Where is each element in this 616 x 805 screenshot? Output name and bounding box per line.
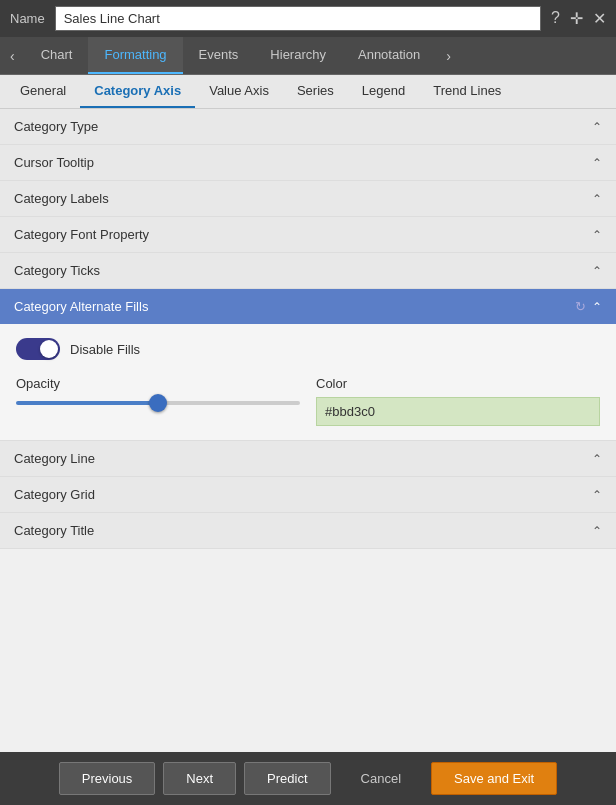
chevron-icon-category-title: ⌃ — [592, 524, 602, 538]
accordion-label-category-type: Category Type — [14, 119, 98, 134]
opacity-section: Opacity — [16, 376, 300, 405]
accordion-label-category-labels: Category Labels — [14, 191, 109, 206]
accordion-label-cursor-tooltip: Cursor Tooltip — [14, 155, 94, 170]
accordion-header-icons: ↻ ⌃ — [575, 299, 602, 314]
tab2-trend-lines[interactable]: Trend Lines — [419, 75, 515, 108]
chevron-icon-category-labels: ⌃ — [592, 192, 602, 206]
accordion-header-category-ticks[interactable]: Category Ticks ⌃ — [0, 253, 616, 288]
color-section: Color — [316, 376, 600, 426]
accordion-header-category-type[interactable]: Category Type ⌃ — [0, 109, 616, 144]
opacity-slider-thumb[interactable] — [149, 394, 167, 412]
chevron-icon-category-alternate-fills: ⌃ — [592, 300, 602, 314]
accordion-label-category-alternate-fills: Category Alternate Fills — [14, 299, 148, 314]
color-input[interactable] — [316, 397, 600, 426]
accordion-item-category-font-property: Category Font Property ⌃ — [0, 217, 616, 253]
accordion-item-category-grid: Category Grid ⌃ — [0, 477, 616, 513]
chevron-icon-category-line: ⌃ — [592, 452, 602, 466]
accordion-label-category-grid: Category Grid — [14, 487, 95, 502]
accordion-item-category-ticks: Category Ticks ⌃ — [0, 253, 616, 289]
toggle-row: Disable Fills — [16, 338, 600, 360]
accordion-header-category-grid[interactable]: Category Grid ⌃ — [0, 477, 616, 512]
tab-events[interactable]: Events — [183, 37, 255, 74]
accordion-header-cursor-tooltip[interactable]: Cursor Tooltip ⌃ — [0, 145, 616, 180]
accordion-item-cursor-tooltip: Cursor Tooltip ⌃ — [0, 145, 616, 181]
prop-row: Opacity Color — [16, 376, 600, 426]
accordion-item-category-labels: Category Labels ⌃ — [0, 181, 616, 217]
tab1-prev-arrow[interactable]: ‹ — [0, 40, 25, 72]
previous-button[interactable]: Previous — [59, 762, 156, 795]
header: Name ? ✛ ✕ — [0, 0, 616, 37]
move-icon[interactable]: ✛ — [570, 9, 583, 28]
chevron-icon-category-ticks: ⌃ — [592, 264, 602, 278]
opacity-label: Opacity — [16, 376, 300, 391]
tab1-next-arrow[interactable]: › — [436, 40, 461, 72]
toggle-label: Disable Fills — [70, 342, 140, 357]
tab2-legend[interactable]: Legend — [348, 75, 419, 108]
tab-formatting[interactable]: Formatting — [88, 37, 182, 74]
tab-annotation[interactable]: Annotation — [342, 37, 436, 74]
accordion-label-category-font-property: Category Font Property — [14, 227, 149, 242]
help-icon[interactable]: ? — [551, 9, 560, 28]
toggle-thumb — [40, 340, 58, 358]
bottom-bar: Previous Next Predict Cancel Save and Ex… — [0, 752, 616, 805]
chevron-icon-category-grid: ⌃ — [592, 488, 602, 502]
name-label: Name — [10, 11, 45, 26]
accordion: Category Type ⌃ Cursor Tooltip ⌃ Categor… — [0, 109, 616, 730]
refresh-icon[interactable]: ↻ — [575, 299, 586, 314]
chevron-icon-cursor-tooltip: ⌃ — [592, 156, 602, 170]
disable-fills-toggle[interactable] — [16, 338, 60, 360]
color-label: Color — [316, 376, 600, 391]
opacity-slider-track[interactable] — [16, 401, 300, 405]
chevron-icon-category-type: ⌃ — [592, 120, 602, 134]
close-icon[interactable]: ✕ — [593, 9, 606, 28]
accordion-header-category-font-property[interactable]: Category Font Property ⌃ — [0, 217, 616, 252]
tab-bar-2: General Category Axis Value Axis Series … — [0, 75, 616, 109]
tab2-general[interactable]: General — [6, 75, 80, 108]
accordion-header-category-title[interactable]: Category Title ⌃ — [0, 513, 616, 548]
accordion-item-category-line: Category Line ⌃ — [0, 441, 616, 477]
header-icons: ? ✛ ✕ — [551, 9, 606, 28]
accordion-header-category-alternate-fills[interactable]: Category Alternate Fills ↻ ⌃ — [0, 289, 616, 324]
cancel-button[interactable]: Cancel — [339, 763, 423, 794]
predict-button[interactable]: Predict — [244, 762, 330, 795]
accordion-label-category-title: Category Title — [14, 523, 94, 538]
tab-hierarchy[interactable]: Hierarchy — [254, 37, 342, 74]
accordion-item-category-alternate-fills: Category Alternate Fills ↻ ⌃ Disable Fil… — [0, 289, 616, 441]
accordion-label-category-line: Category Line — [14, 451, 95, 466]
accordion-content-category-alternate-fills: Disable Fills Opacity Color — [0, 324, 616, 440]
tab2-value-axis[interactable]: Value Axis — [195, 75, 283, 108]
accordion-label-category-ticks: Category Ticks — [14, 263, 100, 278]
tab2-series[interactable]: Series — [283, 75, 348, 108]
accordion-header-category-line[interactable]: Category Line ⌃ — [0, 441, 616, 476]
chart-name-input[interactable] — [55, 6, 541, 31]
accordion-item-category-type: Category Type ⌃ — [0, 109, 616, 145]
next-button[interactable]: Next — [163, 762, 236, 795]
save-exit-button[interactable]: Save and Exit — [431, 762, 557, 795]
tab2-category-axis[interactable]: Category Axis — [80, 75, 195, 108]
tab-chart[interactable]: Chart — [25, 37, 89, 74]
accordion-item-category-title: Category Title ⌃ — [0, 513, 616, 549]
tab-bar-1: ‹ Chart Formatting Events Hierarchy Anno… — [0, 37, 616, 75]
accordion-header-category-labels[interactable]: Category Labels ⌃ — [0, 181, 616, 216]
chevron-icon-category-font-property: ⌃ — [592, 228, 602, 242]
